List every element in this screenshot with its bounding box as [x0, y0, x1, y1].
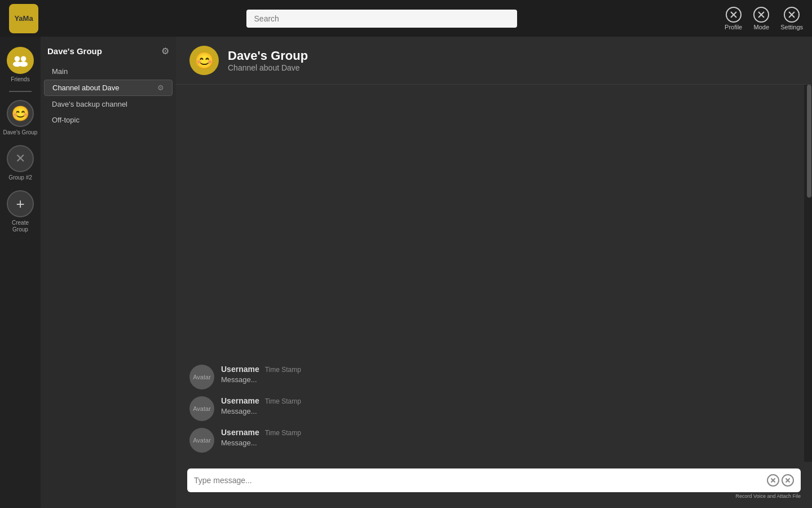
attach-icon-btn[interactable]	[782, 474, 794, 487]
profile-icon	[726, 7, 742, 23]
message-timestamp: Time Stamp	[265, 397, 301, 405]
message-item: Avatar Username Time Stamp Message...	[189, 365, 791, 389]
friends-icon	[7, 47, 34, 74]
search-container	[246, 10, 517, 28]
message-item: Avatar Username Time Stamp Message...	[189, 396, 791, 421]
main-content: 😊 Dave's Group Channel about Dave Avatar…	[176, 37, 812, 508]
svg-point-3	[19, 62, 28, 67]
daves-group-icon: 😊	[7, 100, 34, 127]
main-area-wrapper: Avatar Username Time Stamp Message... Av…	[176, 85, 812, 462]
sidebar-item-group2[interactable]: ✕ Group #2	[0, 142, 41, 185]
main-layout: Friends 😊 Dave's Group ✕ Group #2 + Crea…	[0, 37, 812, 508]
scrollbar-track	[806, 85, 812, 462]
mode-icon	[753, 7, 769, 23]
sidebar-divider	[9, 91, 32, 92]
channel-header: 😊 Dave's Group Channel about Dave	[176, 37, 812, 85]
group-title: Dave's Group	[47, 46, 102, 56]
channel-item-daves-backup[interactable]: Dave's backup channel	[44, 97, 173, 112]
record-hint: Record Voice and Attach File	[187, 493, 801, 499]
avatar: Avatar	[189, 396, 214, 421]
channel-channel-name: Channel about Dave	[228, 63, 308, 72]
sidebar-item-friends[interactable]: Friends	[0, 43, 41, 86]
message-item: Avatar Username Time Stamp Message...	[189, 428, 791, 453]
create-group-icon: +	[7, 190, 34, 217]
avatar: Avatar	[189, 365, 214, 389]
message-timestamp: Time Stamp	[265, 429, 301, 437]
message-username: Username	[221, 365, 259, 374]
channel-name-channel-about-dave: Channel about Dave	[52, 84, 120, 92]
settings-button[interactable]: Settings	[780, 7, 803, 30]
message-text: Message...	[221, 439, 301, 447]
channel-avatar: 😊	[189, 46, 219, 75]
profile-button[interactable]: Profile	[725, 7, 742, 30]
message-username: Username	[221, 428, 259, 437]
group-settings-button[interactable]: ⚙	[161, 46, 169, 56]
message-username: Username	[221, 396, 259, 405]
channel-gear-icon[interactable]: ⚙	[157, 84, 164, 92]
message-input-wrap	[187, 468, 801, 492]
mode-label: Mode	[753, 24, 769, 30]
settings-label: Settings	[780, 24, 803, 30]
message-input[interactable]	[194, 476, 762, 485]
sidebar-channels: Dave's Group ⚙ Main Channel about Dave ⚙…	[41, 37, 176, 508]
message-text: Message...	[221, 375, 301, 384]
friends-label: Friends	[11, 76, 29, 83]
channel-item-main[interactable]: Main	[44, 64, 173, 79]
message-body: Username Time Stamp Message...	[221, 428, 301, 447]
scrollbar-thumb[interactable]	[807, 85, 811, 198]
message-body: Username Time Stamp Message...	[221, 365, 301, 384]
channel-item-off-topic[interactable]: Off-topic	[44, 112, 173, 128]
daves-group-label: Dave's Group	[3, 129, 38, 136]
message-body: Username Time Stamp Message...	[221, 396, 301, 415]
channel-group-name: Dave's Group	[228, 49, 308, 63]
search-input[interactable]	[246, 10, 517, 28]
channel-name-daves-backup: Dave's backup channel	[52, 100, 127, 108]
group2-icon: ✕	[7, 145, 34, 172]
channel-header-text: Dave's Group Channel about Dave	[228, 49, 308, 72]
app-logo[interactable]: YaMa	[9, 4, 38, 33]
message-timestamp: Time Stamp	[265, 366, 301, 374]
mode-button[interactable]: Mode	[753, 7, 769, 30]
svg-point-1	[21, 56, 26, 62]
create-group-label: Create Group	[12, 220, 29, 233]
sidebar-icons: Friends 😊 Dave's Group ✕ Group #2 + Crea…	[0, 37, 41, 508]
profile-label: Profile	[725, 24, 742, 30]
message-meta: Username Time Stamp	[221, 396, 301, 405]
message-text: Message...	[221, 407, 301, 415]
sidebar-item-daves-group[interactable]: 😊 Dave's Group	[0, 97, 41, 139]
group-header: Dave's Group ⚙	[41, 41, 176, 63]
svg-point-0	[15, 56, 20, 62]
message-meta: Username Time Stamp	[221, 365, 301, 374]
group2-label: Group #2	[8, 174, 32, 181]
close-icon-btn[interactable]	[767, 474, 779, 487]
channel-name-off-topic: Off-topic	[52, 116, 80, 124]
message-meta: Username Time Stamp	[221, 428, 301, 437]
scrollbar[interactable]	[804, 85, 812, 462]
message-input-bar: Record Voice and Attach File	[176, 462, 812, 508]
message-input-icons	[767, 474, 794, 487]
settings-icon	[784, 7, 800, 23]
topbar: YaMa Profile Mode Settings	[0, 0, 812, 37]
channel-item-channel-about-dave[interactable]: Channel about Dave ⚙	[44, 80, 173, 96]
channel-name-main: Main	[52, 67, 68, 76]
avatar: Avatar	[189, 428, 214, 453]
topbar-actions: Profile Mode Settings	[725, 7, 803, 30]
messages-area: Avatar Username Time Stamp Message... Av…	[176, 85, 804, 462]
sidebar-item-create-group[interactable]: + Create Group	[0, 187, 41, 237]
